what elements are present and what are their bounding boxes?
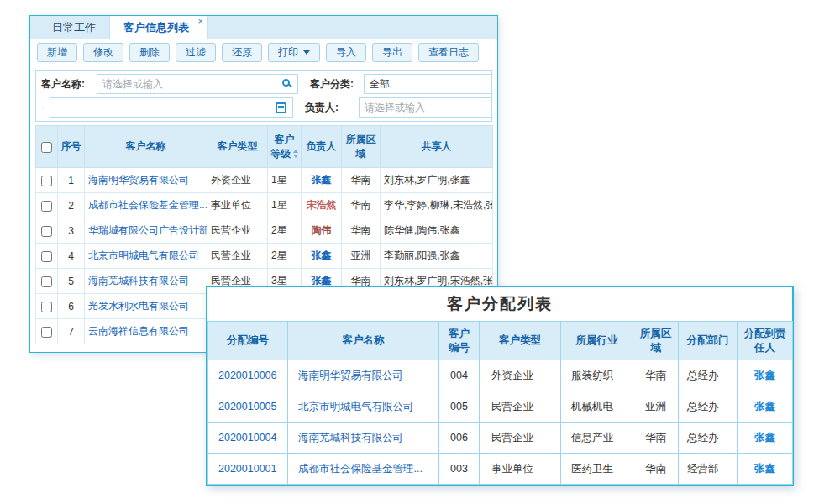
customer-name-link[interactable]: 成都市社会保险基金管理... [88, 199, 207, 211]
allocation-row: 2020010001 成都市社会保险基金管理... 003 事业单位 医药卫生 … [208, 454, 793, 485]
cell-alloc-customer-type: 民营企业 [480, 391, 561, 423]
cell-customer-name: 成都市社会保险基金管理... [85, 193, 207, 218]
alloc-no-link[interactable]: 2020010005 [218, 401, 277, 412]
row-checkbox[interactable] [41, 251, 52, 262]
row-checkbox[interactable] [41, 302, 52, 312]
col-header-region[interactable]: 所属区域 [342, 126, 381, 168]
cell-row-number: 3 [58, 218, 85, 244]
edit-button[interactable]: 修改 [83, 43, 123, 62]
cell-alloc-customer-type: 外资企业 [480, 360, 561, 391]
assignee-link[interactable]: 张鑫 [754, 401, 775, 412]
cell-assignee: 张鑫 [738, 454, 793, 485]
col-header-no[interactable]: 序号 [58, 126, 85, 168]
cell-customer-no: 005 [439, 391, 480, 423]
owner-input[interactable] [360, 102, 492, 113]
cell-shared-users: 刘东林,罗广明,张鑫 [381, 168, 493, 193]
close-tab-icon[interactable]: × [198, 16, 203, 27]
cell-customer-name: 海南芜城科技有限公司 [85, 269, 207, 294]
col-header-customer-level[interactable]: 客户等级 [268, 126, 302, 168]
owner-link[interactable]: 宋浩然 [307, 199, 337, 211]
alloc-no-link[interactable]: 2020010004 [218, 432, 277, 444]
calendar-icon[interactable] [276, 102, 286, 113]
row-checkbox[interactable] [41, 226, 52, 237]
col-header-alloc-customer-name: 客户名称 [288, 322, 439, 360]
add-button[interactable]: 新增 [37, 43, 77, 62]
customer-name-link[interactable]: 光发水利水电有限公司 [88, 300, 189, 312]
customer-name-field [97, 74, 298, 94]
select-all-checkbox[interactable] [41, 142, 52, 153]
col-header-alloc-region: 所属区域 [633, 322, 679, 360]
cell-checkbox [36, 319, 58, 344]
col-header-alloc-customer-type: 客户类型 [480, 322, 561, 360]
cell-region: 华南 [342, 218, 381, 244]
sort-icon[interactable] [293, 150, 298, 158]
tab-daily-work[interactable]: 日常工作 [39, 16, 109, 39]
cell-checkbox [36, 168, 58, 193]
row-checkbox[interactable] [41, 176, 52, 186]
col-header-customer-name[interactable]: 客户名称 [85, 126, 207, 168]
filter-row-2: - 负责人: [41, 97, 486, 118]
col-header-customer-type[interactable]: 客户类型 [207, 126, 268, 168]
cell-shared-users: 陈华健,陶伟,张鑫 [381, 218, 493, 244]
owner-link[interactable]: 陶伟 [312, 224, 332, 236]
export-button[interactable]: 导出 [372, 43, 412, 62]
owner-link[interactable]: 张鑫 [312, 174, 332, 186]
cell-industry: 医药卫生 [561, 454, 633, 485]
customer-category-select[interactable]: 全部 [364, 74, 492, 94]
cell-row-number: 6 [58, 294, 85, 319]
import-button[interactable]: 导入 [326, 43, 366, 62]
allocation-table: 分配编号 客户名称 客户编号 客户类型 所属行业 所属区域 分配部门 分配到责任… [207, 321, 793, 485]
col-header-alloc-dept: 分配部门 [679, 322, 738, 360]
filter-button[interactable]: 过滤 [176, 43, 216, 62]
row-checkbox[interactable] [41, 276, 52, 287]
cell-alloc-no: 2020010004 [208, 423, 288, 454]
customer-row: 4 北京市明城电气有限公司 民营企业 2星 张鑫 亚洲 李勤丽,阳强,张鑫 [36, 244, 493, 269]
owner-link[interactable]: 张鑫 [312, 249, 332, 261]
view-log-button[interactable]: 查看日志 [418, 43, 479, 62]
cell-industry: 信息产业 [561, 423, 633, 454]
alloc-no-link[interactable]: 2020010001 [218, 463, 277, 475]
delete-button[interactable]: 删除 [129, 43, 170, 62]
cell-region: 华南 [342, 193, 381, 218]
col-header-owner[interactable]: 负责人 [302, 126, 342, 168]
cell-alloc-region: 华南 [633, 360, 679, 391]
row-checkbox[interactable] [41, 327, 52, 338]
tab-label: 客户信息列表 [123, 21, 189, 34]
alloc-no-link[interactable]: 2020010006 [218, 370, 277, 381]
customer-name-link[interactable]: 北京市明城电气有限公司 [88, 249, 199, 261]
alloc-customer-name-link[interactable]: 海南明华贸易有限公司 [298, 370, 403, 381]
cell-checkbox [36, 294, 58, 319]
cell-industry: 服装纺织 [561, 360, 633, 391]
col-header-shared[interactable]: 共享人 [381, 126, 493, 168]
cell-owner: 张鑫 [302, 244, 342, 269]
date-input[interactable] [50, 102, 276, 113]
allocation-row: 2020010005 北京市明城电气有限公司 005 民营企业 机械机电 亚洲 … [208, 391, 793, 423]
tab-customer-info-list[interactable]: 客户信息列表 × [109, 16, 208, 39]
customer-name-link[interactable]: 海南芜城科技有限公司 [88, 275, 189, 286]
alloc-customer-name-link[interactable]: 成都市社会保险基金管理... [298, 463, 423, 475]
alloc-customer-name-link[interactable]: 海南芜城科技有限公司 [298, 432, 403, 444]
cell-alloc-no: 2020010006 [208, 360, 288, 391]
cell-alloc-customer-type: 事业单位 [480, 454, 561, 485]
cell-alloc-dept: 总经办 [679, 360, 738, 391]
cell-owner: 宋浩然 [302, 193, 342, 218]
customer-name-link[interactable]: 华瑞城有限公司广告设计部 [88, 224, 207, 236]
customer-name-link[interactable]: 云南海祥信息有限公司 [88, 325, 189, 337]
owner-link[interactable]: 张鑫 [312, 275, 332, 286]
assignee-link[interactable]: 张鑫 [754, 432, 775, 444]
cell-region: 亚洲 [342, 244, 381, 269]
customer-name-link[interactable]: 海南明华贸易有限公司 [88, 174, 189, 186]
restore-button[interactable]: 还原 [222, 43, 262, 62]
cell-checkbox [36, 218, 58, 244]
search-icon[interactable] [282, 79, 290, 87]
cell-customer-name: 海南明华贸易有限公司 [85, 168, 207, 193]
row-checkbox[interactable] [41, 201, 52, 212]
customer-name-input[interactable] [97, 78, 282, 90]
assignee-link[interactable]: 张鑫 [754, 463, 775, 475]
assignee-link[interactable]: 张鑫 [754, 370, 775, 381]
allocation-row: 2020010004 海南芜城科技有限公司 006 民营企业 信息产业 华南 总… [208, 423, 793, 454]
print-button[interactable]: 打印 [268, 43, 320, 62]
cell-alloc-customer-name: 成都市社会保险基金管理... [288, 454, 439, 485]
alloc-customer-name-link[interactable]: 北京市明城电气有限公司 [298, 401, 414, 412]
cell-alloc-customer-name: 北京市明城电气有限公司 [288, 391, 439, 423]
